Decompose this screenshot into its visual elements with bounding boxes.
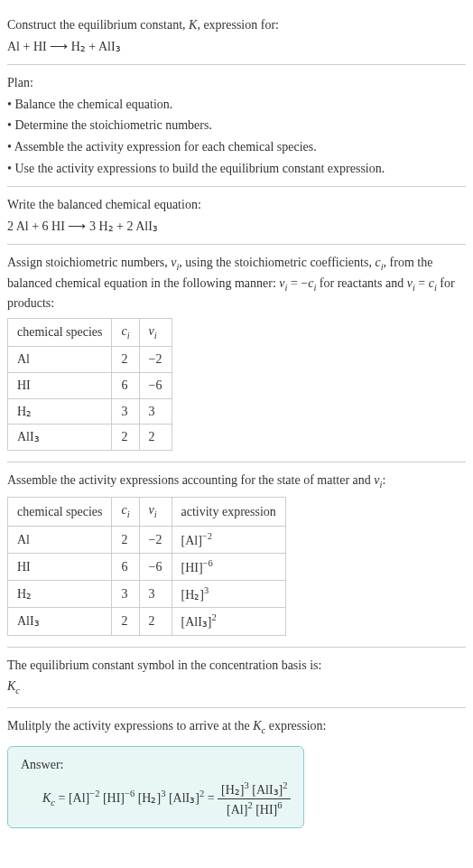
exp: −6 [203,558,213,568]
term: [HI] [99,791,125,805]
table-row: H₂ 3 3 [8,398,172,425]
exp: 2 [212,612,217,622]
col-c: ci [112,498,139,526]
k: K [42,791,51,805]
intro-text-b: , expression for: [197,18,279,32]
k-symbol: K [189,18,197,32]
table-row: HI 6 −6 [HI]−6 [8,553,286,580]
text: : [382,473,385,487]
text: Assemble the activity expressions accoun… [7,473,374,487]
multiply-section: Mulitply the activity expressions to arr… [7,708,466,840]
cell-activity: [AlI₃]2 [172,608,285,635]
cell-species: H₂ [8,581,112,608]
numerator: [H₂]3 [AlI₃]2 [218,779,291,799]
table-row: AlI₃ 2 2 [8,425,172,451]
plan-item: • Use the activity expressions to build … [7,160,466,178]
intro-section: Construct the equilibrium constant, K, e… [7,7,466,65]
col-nu: νi [139,498,172,526]
exp: −2 [89,789,99,798]
term: [HI] [253,803,278,817]
fraction: [H₂]3 [AlI₃]2[Al]2 [HI]6 [218,779,291,819]
base: [H₂] [181,588,204,602]
term: [AlI₃] [249,783,283,797]
cell-nu: −6 [139,372,172,398]
text: expression: [265,719,326,733]
col-species: chemical species [8,318,112,346]
cell-species: Al [8,347,112,373]
table-header-row: chemical species ci νi [8,318,172,346]
term: [Al] [69,791,89,805]
symbol-line: The equilibrium constant symbol in the c… [7,657,466,675]
activity-section: Assemble the activity expressions accoun… [7,462,466,648]
plan-title: Plan: [7,74,466,92]
ksub: c [15,686,20,695]
base: [Al] [181,533,202,546]
k: K [253,719,261,733]
exp: 6 [277,800,282,810]
multiply-line: Mulitply the activity expressions to arr… [7,717,466,737]
eq: = [55,791,69,805]
cell-c: 2 [112,347,139,373]
stoich-table: chemical species ci νi Al 2 −2 HI 6 −6 H… [7,318,172,451]
table-row: Al 2 −2 [8,347,172,373]
cell-c: 2 [112,608,139,635]
cell-c: 6 [112,372,139,398]
cell-c: 3 [112,581,139,608]
plan-section: Plan: • Balance the chemical equation. •… [7,65,466,187]
answer-label: Answer: [21,756,291,774]
assign-text: Assign stoichiometric numbers, νi, using… [7,254,466,313]
col-nu: νi [139,318,172,346]
k: K [7,679,15,693]
text: for reactants and [316,276,406,290]
activity-table: chemical species ci νi activity expressi… [7,497,286,635]
cell-nu: 2 [139,425,172,451]
exp: −6 [125,789,134,798]
cell-nu: −2 [139,347,172,373]
cell-activity: [Al]−2 [172,526,285,553]
text: = − [287,276,308,290]
term: [Al] [227,803,247,817]
table-row: H₂ 3 3 [H₂]3 [8,581,286,608]
intro-text: Construct the equilibrium constant, [7,18,189,32]
denominator: [Al]2 [HI]6 [218,799,291,818]
balanced-title: Write the balanced chemical equation: [7,196,466,214]
cell-c: 6 [112,553,139,580]
activity-title: Assemble the activity expressions accoun… [7,471,466,491]
sub-i: i [127,509,130,519]
base: [AlI₃] [181,615,212,629]
cell-c: 3 [112,398,139,425]
term: [H₂] [134,791,161,805]
text: Assign stoichiometric numbers, [7,256,171,269]
base: [HI] [181,561,203,574]
cell-activity: [HI]−6 [172,553,285,580]
balanced-section: Write the balanced chemical equation: 2 … [7,187,466,245]
cell-nu: 2 [139,608,172,635]
term: [H₂] [221,783,244,797]
sub-i: i [127,331,130,341]
cell-activity: [H₂]3 [172,581,285,608]
cell-species: Al [8,526,112,553]
cell-nu: 3 [139,581,172,608]
intro-line: Construct the equilibrium constant, K, e… [7,16,466,34]
col-c: ci [112,318,139,346]
plan-item: • Assemble the activity expression for e… [7,138,466,156]
table-header-row: chemical species ci νi activity expressi… [8,498,286,526]
exp: −2 [202,531,212,541]
symbol-section: The equilibrium constant symbol in the c… [7,648,466,708]
col-activity: activity expression [172,498,285,526]
exp: 3 [204,585,209,595]
answer-equation: Kc = [Al]−2 [HI]−6 [H₂]3 [AlI₃]2 = [H₂]3… [21,779,291,819]
cell-c: 2 [112,425,139,451]
cell-species: AlI₃ [8,425,112,451]
table-row: Al 2 −2 [Al]−2 [8,526,286,553]
cell-species: H₂ [8,398,112,425]
text: , using the stoichiometric coefficients, [179,256,375,269]
plan-item: • Balance the chemical equation. [7,96,466,114]
kc-symbol: Kc [7,677,466,697]
eq: = [204,791,218,805]
table-row: HI 6 −6 [8,372,172,398]
cell-nu: −6 [139,553,172,580]
plan-item: • Determine the stoichiometric numbers. [7,117,466,135]
cell-nu: 3 [139,398,172,425]
text: Mulitply the activity expressions to arr… [7,719,253,733]
